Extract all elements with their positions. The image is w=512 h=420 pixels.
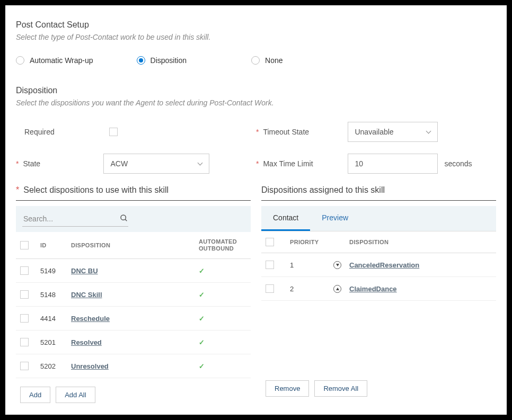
disposition-link[interactable]: Resolved xyxy=(71,338,102,346)
col-disposition[interactable]: DISPOSITION xyxy=(71,242,199,248)
required-label: Required xyxy=(24,128,109,136)
search-input[interactable] xyxy=(22,211,120,226)
row-priority: 1 xyxy=(286,261,333,269)
chevron-down-icon xyxy=(426,129,431,135)
check-icon: ✓ xyxy=(199,291,205,299)
row-id: 5202 xyxy=(40,362,71,370)
required-asterisk: * xyxy=(256,128,259,136)
col-disposition[interactable]: DISPOSITION xyxy=(349,239,492,245)
max-time-unit: seconds xyxy=(444,159,472,168)
tab-preview[interactable]: Preview xyxy=(310,206,360,231)
tabs: Contact Preview xyxy=(261,206,496,231)
disposition-link[interactable]: Reschedule xyxy=(71,315,110,323)
assigned-dispositions-panel: Dispositions assigned to this skill Cont… xyxy=(261,185,496,403)
row-priority: 2 xyxy=(286,285,333,293)
col-automated[interactable]: AUTOMATED OUTBOUND xyxy=(199,238,246,252)
table-header: PRIORITY DISPOSITION xyxy=(261,231,496,253)
table-row: 5202 Unresolved ✓ xyxy=(16,354,251,378)
right-panel-title: Dispositions assigned to this skill xyxy=(261,185,385,195)
row-id: 5148 xyxy=(40,291,71,299)
row-checkbox[interactable] xyxy=(20,338,29,346)
disposition-subtitle: Select the dispositions you want the Age… xyxy=(16,99,496,107)
table-row: 5201 Resolved ✓ xyxy=(16,330,251,354)
row-id: 4414 xyxy=(40,315,71,323)
state-select[interactable]: ACW xyxy=(103,154,209,174)
svg-point-0 xyxy=(121,215,126,220)
row-checkbox[interactable] xyxy=(20,314,29,323)
left-panel-title: Select dispositions to use with this ski… xyxy=(23,185,169,195)
disposition-link[interactable]: DNC BU xyxy=(71,267,98,275)
row-id: 5201 xyxy=(40,338,71,346)
radio-label: Automatic Wrap-up xyxy=(30,56,93,65)
disposition-link[interactable]: Unresolved xyxy=(71,362,109,370)
disposition-link[interactable]: ClaimedDance xyxy=(349,285,397,293)
row-checkbox[interactable] xyxy=(266,261,274,269)
remove-all-button[interactable]: Remove All xyxy=(314,380,367,397)
table-row: 1 CanceledReservation xyxy=(261,253,496,277)
timeout-state-label: Timeout State xyxy=(263,128,348,136)
state-label: State xyxy=(23,159,103,168)
disposition-title: Disposition xyxy=(16,86,496,95)
radio-label: None xyxy=(265,56,283,65)
required-asterisk: * xyxy=(256,159,259,168)
priority-up-button[interactable] xyxy=(333,285,341,293)
check-icon: ✓ xyxy=(199,267,205,275)
table-row: 5148 DNC Skill ✓ xyxy=(16,283,251,307)
available-dispositions-panel: * Select dispositions to use with this s… xyxy=(16,185,251,403)
select-value: Unavailable xyxy=(355,128,393,136)
radio-automatic-wrapup[interactable]: Automatic Wrap-up xyxy=(16,56,93,65)
chevron-down-icon xyxy=(197,161,202,166)
required-checkbox[interactable] xyxy=(109,128,118,136)
select-all-checkbox[interactable] xyxy=(266,238,274,246)
required-asterisk: * xyxy=(16,159,19,168)
arrow-down-icon xyxy=(336,264,339,266)
priority-down-button[interactable] xyxy=(333,261,341,269)
radio-label: Disposition xyxy=(151,56,187,65)
select-all-checkbox[interactable] xyxy=(20,241,29,249)
radio-disposition[interactable]: Disposition xyxy=(137,56,187,65)
svg-line-1 xyxy=(125,219,127,221)
check-icon: ✓ xyxy=(199,315,205,323)
remove-button[interactable]: Remove xyxy=(266,380,309,397)
row-checkbox[interactable] xyxy=(20,290,29,299)
radio-none[interactable]: None xyxy=(251,56,283,65)
row-checkbox[interactable] xyxy=(20,362,29,370)
col-id[interactable]: ID xyxy=(40,242,71,248)
search-bar xyxy=(16,206,251,232)
add-button[interactable]: Add xyxy=(20,387,50,403)
timeout-state-select[interactable]: Unavailable xyxy=(348,122,438,142)
row-checkbox[interactable] xyxy=(266,284,274,293)
page-subtitle: Select the type of Post-Contact work to … xyxy=(16,33,496,41)
table-row: 4414 Reschedule ✓ xyxy=(16,307,251,330)
table-row: 5149 DNC BU ✓ xyxy=(16,259,251,283)
page-title: Post Contact Setup xyxy=(16,20,496,30)
check-icon: ✓ xyxy=(199,338,205,346)
radio-icon xyxy=(251,56,260,65)
table-row: 2 ClaimedDance xyxy=(261,277,496,301)
check-icon: ✓ xyxy=(199,362,205,370)
arrow-up-icon xyxy=(336,288,339,290)
disposition-link[interactable]: DNC Skill xyxy=(71,291,102,299)
disposition-link[interactable]: CanceledReservation xyxy=(349,261,419,269)
tab-contact[interactable]: Contact xyxy=(261,206,310,231)
add-all-button[interactable]: Add All xyxy=(56,387,95,403)
search-icon[interactable] xyxy=(120,214,128,224)
row-checkbox[interactable] xyxy=(20,266,29,275)
col-priority[interactable]: PRIORITY xyxy=(286,239,333,245)
max-time-input[interactable] xyxy=(348,154,438,174)
radio-icon xyxy=(16,56,24,65)
max-time-label: Max Time Limit xyxy=(263,159,348,168)
post-contact-radio-group: Automatic Wrap-up Disposition None xyxy=(16,56,496,65)
row-id: 5149 xyxy=(40,267,71,275)
table-header: ID DISPOSITION AUTOMATED OUTBOUND xyxy=(16,232,251,259)
radio-icon xyxy=(137,56,145,65)
select-value: ACW xyxy=(110,159,128,168)
required-asterisk: * xyxy=(16,185,19,195)
